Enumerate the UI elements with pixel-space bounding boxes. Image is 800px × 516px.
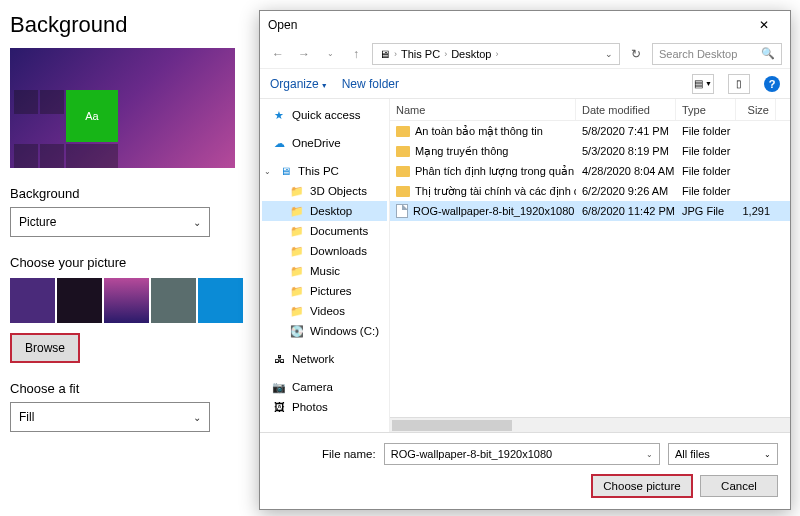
browse-button[interactable]: Browse bbox=[10, 333, 80, 363]
file-name: ROG-wallpaper-8-bit_1920x1080 bbox=[413, 205, 574, 217]
tree-desktop[interactable]: 📁Desktop bbox=[262, 201, 387, 221]
chevron-down-icon: ⌄ bbox=[764, 450, 771, 459]
cloud-icon: ☁ bbox=[272, 136, 286, 150]
close-icon[interactable]: ✕ bbox=[744, 18, 784, 32]
tree-downloads[interactable]: 📁Downloads bbox=[262, 241, 387, 261]
thumb-2[interactable] bbox=[57, 278, 102, 323]
preview-pane-icon[interactable]: ▯ bbox=[728, 74, 750, 94]
file-date: 5/3/2020 8:19 PM bbox=[576, 145, 676, 157]
thumb-3[interactable] bbox=[104, 278, 149, 323]
tree-network[interactable]: 🖧Network bbox=[262, 349, 387, 369]
file-row[interactable]: Phân tích định lượng trong quản trị4/28/… bbox=[390, 161, 790, 181]
tree-this-pc[interactable]: ⌄🖥This PC bbox=[262, 161, 387, 181]
nav-up-icon[interactable]: ↑ bbox=[346, 44, 366, 64]
filename-input[interactable]: ROG-wallpaper-8-bit_1920x1080 ⌄ bbox=[384, 443, 660, 465]
refresh-icon[interactable]: ↻ bbox=[626, 47, 646, 61]
nav-back-icon[interactable]: ← bbox=[268, 44, 288, 64]
nav-forward-icon[interactable]: → bbox=[294, 44, 314, 64]
folder-icon: 📁 bbox=[290, 204, 304, 218]
chevron-down-icon: ⌄ bbox=[193, 412, 201, 423]
tree-camera[interactable]: 📷Camera bbox=[262, 377, 387, 397]
tree-music[interactable]: 📁Music bbox=[262, 261, 387, 281]
file-row[interactable]: Mạng truyền thông5/3/2020 8:19 PMFile fo… bbox=[390, 141, 790, 161]
view-options-icon[interactable]: ▤▼ bbox=[692, 74, 714, 94]
chevron-down-icon[interactable]: ⌄ bbox=[646, 450, 653, 459]
search-input[interactable]: Search Desktop 🔍 bbox=[652, 43, 782, 65]
file-name: An toàn bảo mật thông tin bbox=[415, 125, 543, 138]
fit-select[interactable]: Fill ⌄ bbox=[10, 402, 210, 432]
col-size[interactable]: Size bbox=[736, 99, 776, 120]
background-select[interactable]: Picture ⌄ bbox=[10, 207, 210, 237]
file-row[interactable]: Thị trường tài chính và các định chế tài… bbox=[390, 181, 790, 201]
breadcrumb-desktop[interactable]: Desktop bbox=[451, 48, 491, 60]
dialog-title: Open bbox=[268, 18, 744, 32]
folder-icon bbox=[396, 146, 410, 157]
file-row[interactable]: ROG-wallpaper-8-bit_1920x10806/8/2020 11… bbox=[390, 201, 790, 221]
folder-icon: 📁 bbox=[290, 304, 304, 318]
file-type-select[interactable]: All files ⌄ bbox=[668, 443, 778, 465]
col-name[interactable]: Name bbox=[390, 99, 576, 120]
dialog-titlebar: Open ✕ bbox=[260, 11, 790, 39]
dialog-navbar: ← → ⌄ ↑ 🖥 › This PC › Desktop › ⌄ ↻ Sear… bbox=[260, 39, 790, 69]
file-name: Phân tích định lượng trong quản trị bbox=[415, 165, 576, 178]
expand-icon[interactable]: ⌄ bbox=[262, 167, 272, 176]
file-icon bbox=[396, 204, 408, 218]
nav-tree: ★Quick access ☁OneDrive ⌄🖥This PC 📁3D Ob… bbox=[260, 99, 390, 432]
folder-icon: 📁 bbox=[290, 264, 304, 278]
file-type: File folder bbox=[676, 185, 736, 197]
file-name: Mạng truyền thông bbox=[415, 145, 509, 158]
folder-icon: 📁 bbox=[290, 184, 304, 198]
background-select-value: Picture bbox=[19, 215, 56, 229]
folder-icon: 📁 bbox=[290, 244, 304, 258]
tree-documents[interactable]: 📁Documents bbox=[262, 221, 387, 241]
tree-photos[interactable]: 🖼Photos bbox=[262, 397, 387, 417]
cancel-button[interactable]: Cancel bbox=[700, 475, 778, 497]
pc-icon: 🖥 bbox=[379, 48, 390, 60]
tree-pictures[interactable]: 📁Pictures bbox=[262, 281, 387, 301]
col-date[interactable]: Date modified bbox=[576, 99, 676, 120]
fit-select-value: Fill bbox=[19, 410, 34, 424]
address-dropdown-icon[interactable]: ⌄ bbox=[605, 49, 613, 59]
tree-onedrive[interactable]: ☁OneDrive bbox=[262, 133, 387, 153]
file-date: 6/8/2020 11:42 PM bbox=[576, 205, 676, 217]
choose-picture-label: Choose your picture bbox=[10, 255, 250, 270]
settings-background-panel: Background Aa Background Picture ⌄ Choos… bbox=[0, 0, 260, 432]
new-folder-button[interactable]: New folder bbox=[342, 77, 399, 91]
breadcrumb-thispc[interactable]: This PC bbox=[401, 48, 440, 60]
organize-menu[interactable]: Organize▼ bbox=[270, 77, 328, 91]
tree-videos[interactable]: 📁Videos bbox=[262, 301, 387, 321]
tree-quick-access[interactable]: ★Quick access bbox=[262, 105, 387, 125]
dialog-footer: File name: ROG-wallpaper-8-bit_1920x1080… bbox=[260, 432, 790, 509]
thumb-1[interactable] bbox=[10, 278, 55, 323]
page-title: Background bbox=[10, 12, 250, 38]
pc-icon: 🖥 bbox=[278, 164, 292, 178]
file-name: Thị trường tài chính và các định chế tài… bbox=[415, 185, 576, 198]
file-date: 4/28/2020 8:04 AM bbox=[576, 165, 676, 177]
network-icon: 🖧 bbox=[272, 352, 286, 366]
folder-icon bbox=[396, 186, 410, 197]
folder-icon bbox=[396, 126, 410, 137]
horizontal-scrollbar[interactable] bbox=[390, 417, 790, 432]
file-row[interactable]: An toàn bảo mật thông tin5/8/2020 7:41 P… bbox=[390, 121, 790, 141]
tree-3d-objects[interactable]: 📁3D Objects bbox=[262, 181, 387, 201]
open-file-dialog: Open ✕ ← → ⌄ ↑ 🖥 › This PC › Desktop › ⌄… bbox=[259, 10, 791, 510]
camera-icon: 📷 bbox=[272, 380, 286, 394]
star-icon: ★ bbox=[272, 108, 286, 122]
thumb-4[interactable] bbox=[151, 278, 196, 323]
address-bar[interactable]: 🖥 › This PC › Desktop › ⌄ bbox=[372, 43, 620, 65]
help-icon[interactable]: ? bbox=[764, 76, 780, 92]
tree-windows-c[interactable]: 💽Windows (C:) bbox=[262, 321, 387, 341]
photos-icon: 🖼 bbox=[272, 400, 286, 414]
file-date: 6/2/2020 9:26 AM bbox=[576, 185, 676, 197]
chevron-right-icon: › bbox=[495, 49, 498, 59]
folder-icon: 📁 bbox=[290, 224, 304, 238]
nav-recent-icon[interactable]: ⌄ bbox=[320, 44, 340, 64]
dialog-toolbar: Organize▼ New folder ▤▼ ▯ ? bbox=[260, 69, 790, 99]
choose-picture-button[interactable]: Choose picture bbox=[592, 475, 692, 497]
preview-tile-aa: Aa bbox=[66, 90, 118, 142]
file-type: File folder bbox=[676, 145, 736, 157]
col-type[interactable]: Type bbox=[676, 99, 736, 120]
thumb-5[interactable] bbox=[198, 278, 243, 323]
file-size: 1,291 bbox=[736, 205, 776, 217]
chevron-right-icon: › bbox=[444, 49, 447, 59]
